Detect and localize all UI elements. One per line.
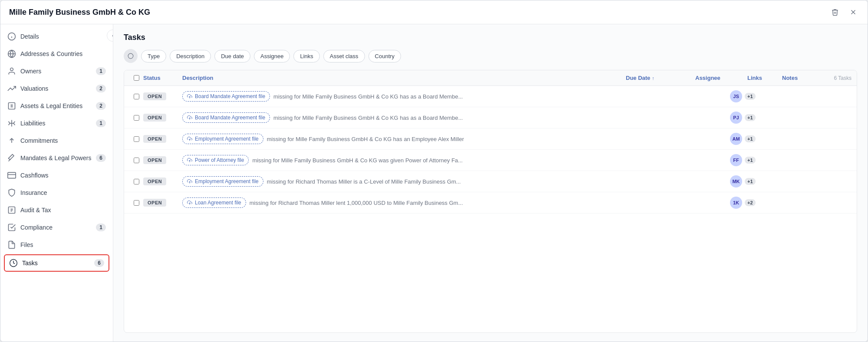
- tasks-table: Status Description Due Date ↑ Assignee L…: [124, 70, 857, 333]
- table-header: Status Description Due Date ↑ Assignee L…: [124, 70, 857, 86]
- desc-text-1: missing for Mille Family Business GmbH &…: [273, 93, 463, 100]
- table-row: OPEN Employment Agreement file missing f…: [124, 128, 857, 150]
- status-badge-6: OPEN: [143, 199, 182, 207]
- assignee-plus-3: +1: [745, 135, 756, 142]
- header-checkbox-cell: [129, 75, 143, 81]
- row-checkbox-5[interactable]: [134, 179, 139, 184]
- task-icon: [9, 259, 18, 267]
- filter-toggle-button[interactable]: [124, 49, 138, 63]
- col-header-status: Status: [143, 75, 182, 81]
- sidebar-item-mandates[interactable]: Mandates & Legal Powers 6: [0, 149, 113, 167]
- assignee-plus-6: +2: [745, 199, 756, 206]
- sidebar-label-assets: Assets & Legal Entities: [20, 102, 82, 109]
- col-header-assignee: Assignee: [695, 75, 747, 81]
- filter-chip-description[interactable]: Description: [170, 50, 211, 62]
- assignee-avatar-3: AM: [730, 133, 742, 145]
- status-badge-4: OPEN: [143, 156, 182, 164]
- description-cell-5: Employment Agreement file missing for Ri…: [182, 176, 661, 187]
- sidebar-item-details[interactable]: Details: [0, 28, 113, 45]
- sidebar-item-compliance[interactable]: Compliance 1: [0, 219, 113, 236]
- close-button[interactable]: [848, 7, 859, 18]
- delete-button[interactable]: [829, 7, 841, 18]
- svg-point-15: [128, 53, 133, 59]
- sidebar-item-owners[interactable]: Owners 1: [0, 62, 113, 80]
- link-chip-3[interactable]: Employment Agreement file: [182, 134, 263, 144]
- svg-point-7: [10, 68, 13, 71]
- assignee-plus-5: +1: [745, 178, 756, 185]
- row-checkbox-6[interactable]: [134, 200, 139, 206]
- col-header-description[interactable]: Description: [182, 75, 626, 81]
- globe-icon: [7, 49, 16, 58]
- mandates-badge: 6: [96, 154, 106, 162]
- col-header-due-date[interactable]: Due Date ↑: [626, 75, 695, 81]
- row-checkbox-2[interactable]: [134, 115, 139, 121]
- sidebar-label-compliance: Compliance: [20, 224, 53, 231]
- sidebar-item-addresses-countries[interactable]: Addresses & Countries: [0, 45, 113, 62]
- link-chip-2[interactable]: Board Mandate Agreement file: [182, 112, 270, 123]
- upload-icon-6: [187, 200, 192, 205]
- assignee-cell-2: PJ +1: [730, 112, 782, 124]
- filter-chip-assignee[interactable]: Assignee: [254, 50, 290, 62]
- info-icon: [7, 32, 16, 41]
- link-chip-4[interactable]: Power of Attorney file: [182, 155, 249, 165]
- assignee-avatar-4: FF: [730, 154, 742, 166]
- description-cell-1: Board Mandate Agreement file missing for…: [182, 91, 661, 102]
- table-row: OPEN Board Mandate Agreement file missin…: [124, 86, 857, 107]
- description-cell-4: Power of Attorney file missing for Mille…: [182, 155, 661, 165]
- delete-icon: [831, 8, 839, 16]
- row-checkbox-1[interactable]: [134, 94, 139, 99]
- description-cell-6: Loan Agreement file missing for Richard …: [182, 197, 661, 208]
- page-title: Tasks: [124, 33, 857, 42]
- table-row: OPEN Board Mandate Agreement file missin…: [124, 107, 857, 128]
- link-chip-1[interactable]: Board Mandate Agreement file: [182, 91, 270, 102]
- upload-icon-2: [187, 115, 192, 120]
- sort-asc-icon: ↑: [652, 76, 654, 81]
- scale-icon: [7, 119, 16, 128]
- col-header-links: Links: [747, 75, 782, 81]
- handshake-icon: [7, 136, 16, 145]
- sidebar-item-files[interactable]: Files: [0, 236, 113, 253]
- filter-chip-asset-class[interactable]: Asset class: [323, 50, 365, 62]
- row-checkbox-4[interactable]: [134, 158, 139, 163]
- assignee-avatar-1: JS: [730, 90, 742, 102]
- sidebar-label-tasks: Tasks: [22, 260, 38, 266]
- upload-icon-4: [187, 158, 192, 163]
- assignee-cell-4: FF +1: [730, 154, 782, 166]
- status-badge-3: OPEN: [143, 135, 182, 143]
- sidebar-item-valuations[interactable]: Valuations 2: [0, 80, 113, 97]
- filter-chip-type[interactable]: Type: [141, 50, 166, 62]
- sidebar-item-insurance[interactable]: Insurance: [0, 184, 113, 201]
- upload-icon-5: [187, 179, 192, 184]
- sidebar-label-mandates: Mandates & Legal Powers: [20, 155, 91, 161]
- assignee-avatar-6: 1K: [730, 197, 742, 209]
- status-badge-2: OPEN: [143, 114, 182, 122]
- assets-badge: 2: [96, 102, 106, 110]
- assignee-cell-6: 1K +2: [730, 197, 782, 209]
- filter-chip-links[interactable]: Links: [293, 50, 319, 62]
- assignee-plus-1: +1: [745, 93, 756, 100]
- sidebar-item-liabilities[interactable]: Liabilities 1: [0, 115, 113, 132]
- filter-chip-country[interactable]: Country: [368, 50, 401, 62]
- assignee-cell-3: AM +1: [730, 133, 782, 145]
- cashflow-icon: [7, 171, 16, 180]
- select-all-checkbox[interactable]: [134, 75, 139, 81]
- table-row: OPEN Employment Agreement file missing f…: [124, 171, 857, 192]
- sidebar-label-cashflows: Cashflows: [20, 172, 49, 179]
- liabilities-badge: 1: [96, 119, 106, 127]
- row-checkbox-3[interactable]: [134, 136, 139, 142]
- link-chip-6[interactable]: Loan Agreement file: [182, 197, 246, 208]
- sidebar-item-commitments[interactable]: Commitments: [0, 132, 113, 149]
- sidebar-label-owners: Owners: [20, 68, 41, 75]
- sidebar-item-tasks[interactable]: Tasks 6: [4, 254, 109, 272]
- desc-text-4: missing for Mille Family Business GmbH &…: [252, 157, 463, 164]
- sidebar-label-files: Files: [20, 241, 33, 248]
- sidebar-item-audit-tax[interactable]: Audit & Tax: [0, 201, 113, 219]
- sidebar-item-assets-legal[interactable]: Assets & Legal Entities 2: [0, 97, 113, 115]
- filter-chip-due-date[interactable]: Due date: [214, 50, 250, 62]
- link-chip-5[interactable]: Employment Agreement file: [182, 176, 263, 187]
- sidebar-item-cashflows[interactable]: Cashflows: [0, 167, 113, 184]
- filter-circle-icon: [128, 53, 134, 59]
- table-row: OPEN Power of Attorney file missing for …: [124, 150, 857, 171]
- compliance-badge: 1: [96, 224, 106, 231]
- sidebar-label-liabilities: Liabilities: [20, 120, 46, 127]
